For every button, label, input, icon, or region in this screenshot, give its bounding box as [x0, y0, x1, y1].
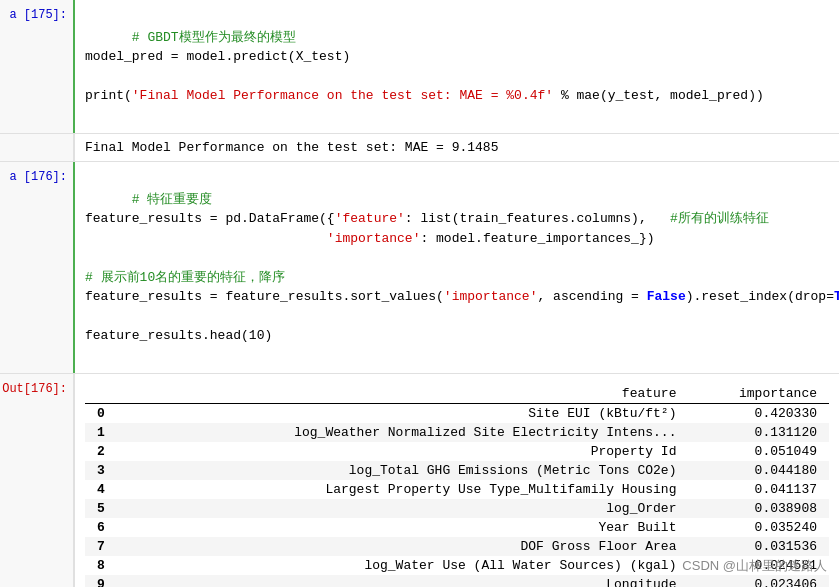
table-row: 9Longitude0.023406 [85, 575, 829, 587]
cell-175-output: Final Model Performance on the test set:… [0, 134, 839, 162]
col-header-importance: importance [688, 384, 829, 404]
output-175-gutter [0, 134, 75, 161]
cell-175-content[interactable]: # GBDT模型作为最终的模型 model_pred = model.predi… [75, 0, 839, 133]
table-row: 2Property Id0.051049 [85, 442, 829, 461]
cell-176-output: Out[176]: feature importance 0Site EUI (… [0, 374, 839, 587]
table-row: 3log_Total GHG Emissions (Metric Tons CO… [85, 461, 829, 480]
cell-feature: Site EUI (kBtu/ft²) [129, 404, 689, 424]
comment-176-1: # 特征重要度 [132, 192, 213, 207]
cell-idx: 1 [85, 423, 129, 442]
cell-feature: log_Water Use (All Water Sources) (kgal) [129, 556, 689, 575]
cell-idx: 7 [85, 537, 129, 556]
col-header-feature: feature [129, 384, 689, 404]
cell-feature: log_Total GHG Emissions (Metric Tons CO2… [129, 461, 689, 480]
table-row: 0Site EUI (kBtu/ft²)0.420330 [85, 404, 829, 424]
cell-importance: 0.420330 [688, 404, 829, 424]
cell-176-gutter: a [176]: [0, 162, 75, 373]
cell-importance: 0.023406 [688, 575, 829, 587]
table-row: 4Largest Property Use Type_Multifamily H… [85, 480, 829, 499]
cell-importance: 0.038908 [688, 499, 829, 518]
code-176-6: feature_results.head(10) [85, 328, 272, 343]
cell-idx: 6 [85, 518, 129, 537]
cell-feature: log_Weather Normalized Site Electricity … [129, 423, 689, 442]
code-line: model_pred = model.predict(X_test) [85, 49, 350, 64]
watermark: CSDN @山林里的迷路人 [682, 557, 827, 575]
cell-feature: log_Order [129, 499, 689, 518]
cell-idx: 2 [85, 442, 129, 461]
table-row: 5log_Order0.038908 [85, 499, 829, 518]
cell-feature: Year Built [129, 518, 689, 537]
comment-line: # GBDT模型作为最终的模型 [132, 30, 296, 45]
col-header-idx [85, 384, 129, 404]
cell-feature: Largest Property Use Type_Multifamily Ho… [129, 480, 689, 499]
cell-175-gutter: a [175]: [0, 0, 75, 133]
cell-feature: Longitude [129, 575, 689, 587]
cell-importance: 0.041137 [688, 480, 829, 499]
code-176-3: 'importance': model.feature_importances_… [85, 231, 655, 246]
comment-176-4: # 展示前10名的重要的特征，降序 [85, 270, 285, 285]
table-row: 6Year Built0.035240 [85, 518, 829, 537]
cell-feature: DOF Gross Floor Area [129, 537, 689, 556]
cell-idx: 5 [85, 499, 129, 518]
code-line: print('Final Model Performance on the te… [85, 88, 764, 103]
cell-idx: 9 [85, 575, 129, 587]
cell-importance: 0.131120 [688, 423, 829, 442]
cell-feature: Property Id [129, 442, 689, 461]
cell-176-content[interactable]: # 特征重要度 feature_results = pd.DataFrame({… [75, 162, 839, 373]
code-176-2: feature_results = pd.DataFrame({'feature… [85, 211, 769, 226]
output-176-gutter: Out[176]: [0, 374, 75, 587]
cell-idx: 4 [85, 480, 129, 499]
cell-idx: 0 [85, 404, 129, 424]
table-row: 7DOF Gross Floor Area0.031536 [85, 537, 829, 556]
cell-idx: 8 [85, 556, 129, 575]
output-175-text: Final Model Performance on the test set:… [85, 140, 498, 155]
output-175-content: Final Model Performance on the test set:… [75, 134, 839, 161]
cell-importance: 0.051049 [688, 442, 829, 461]
table-row: 1log_Weather Normalized Site Electricity… [85, 423, 829, 442]
cell-idx: 3 [85, 461, 129, 480]
cell-176-input: a [176]: # 特征重要度 feature_results = pd.Da… [0, 162, 839, 374]
cell-importance: 0.031536 [688, 537, 829, 556]
cell-175-input: a [175]: # GBDT模型作为最终的模型 model_pred = mo… [0, 0, 839, 134]
output-176-table-container: feature importance 0Site EUI (kBtu/ft²)0… [75, 374, 839, 587]
cell-importance: 0.044180 [688, 461, 829, 480]
code-176-5: feature_results = feature_results.sort_v… [85, 289, 839, 304]
notebook: a [175]: # GBDT模型作为最终的模型 model_pred = mo… [0, 0, 839, 587]
cell-importance: 0.035240 [688, 518, 829, 537]
